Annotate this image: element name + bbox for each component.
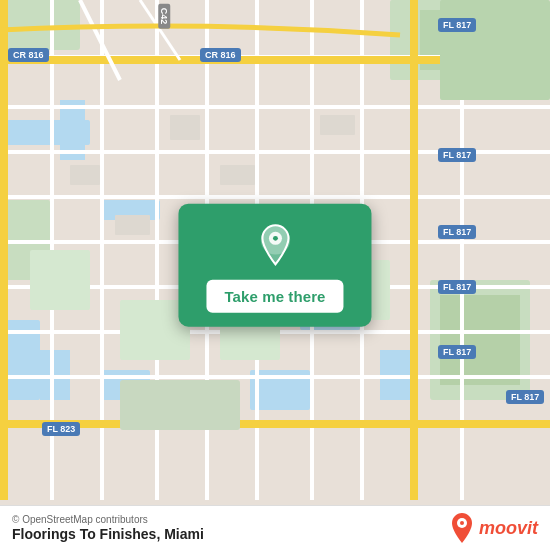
svg-rect-45 [220,165,255,185]
road-badge-fl817-4: FL 817 [438,280,476,294]
road-badge-fl817-2: FL 817 [438,148,476,162]
svg-rect-4 [440,295,520,385]
svg-rect-37 [0,420,550,428]
copyright-text: © OpenStreetMap contributors [12,514,204,525]
road-badge-c42: C42 [158,4,170,29]
svg-rect-52 [120,380,240,430]
svg-rect-42 [70,165,100,185]
road-badge-cr816-left: CR 816 [8,48,49,62]
svg-point-56 [273,236,278,241]
svg-rect-38 [0,0,8,500]
road-badge-fl817-5: FL 817 [438,345,476,359]
moovit-text: moovit [479,518,538,539]
svg-rect-44 [170,115,200,140]
svg-rect-47 [320,115,355,135]
road-badge-fl817-1: FL 817 [438,18,476,32]
moovit-logo: moovit [449,512,538,544]
take-me-there-button[interactable]: Take me there [206,280,343,313]
svg-rect-25 [0,375,550,379]
popup-card: Take me there [178,204,371,327]
svg-rect-53 [440,0,550,100]
road-badge-fl823: FL 823 [42,422,80,436]
moovit-pin-icon [449,512,475,544]
bottom-left-info: © OpenStreetMap contributors Floorings T… [12,514,204,542]
svg-rect-39 [410,0,418,500]
svg-rect-43 [115,215,150,235]
svg-rect-48 [30,250,90,310]
road-badge-fl817-3: FL 817 [438,225,476,239]
location-pin-icon [251,222,299,270]
svg-rect-19 [0,105,550,109]
map-container: CR 816 CR 816 FL 817 FL 817 FL 817 FL 81… [0,0,550,550]
location-name: Floorings To Finishes, Miami [12,526,204,542]
svg-point-58 [460,521,464,525]
road-badge-cr816-center: CR 816 [200,48,241,62]
bottom-bar: © OpenStreetMap contributors Floorings T… [0,505,550,550]
road-badge-fl817-right: FL 817 [506,390,544,404]
svg-rect-21 [0,195,550,199]
